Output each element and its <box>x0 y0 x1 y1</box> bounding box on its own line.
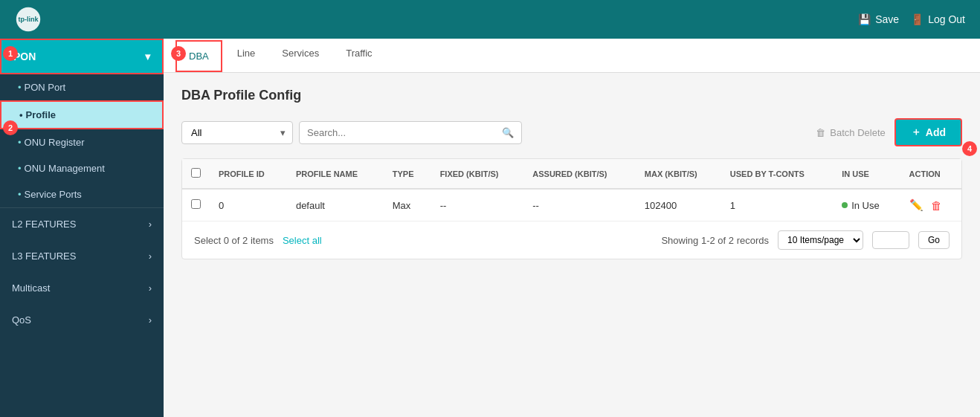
cell-action: ✏️ 🗑 <box>900 189 961 222</box>
svg-text:tp-link: tp-link <box>19 16 39 23</box>
filter-wrapper: All <box>181 121 293 144</box>
l2-features-label: L2 FEATURES <box>12 219 76 230</box>
batch-delete-button[interactable]: 🗑 Batch Delete <box>816 127 885 138</box>
logout-label: Log Out <box>928 13 965 25</box>
page-title: DBA Profile Config <box>181 88 962 103</box>
badge-3: 3 <box>171 46 186 61</box>
sidebar-item-qos[interactable]: QoS › <box>0 304 164 336</box>
toolbar: All 🔍 🗑 Batch Delete <box>181 118 962 146</box>
save-button[interactable]: 💾 Save <box>858 13 899 25</box>
qos-chevron-icon: › <box>149 314 152 326</box>
add-button[interactable]: ＋ Add <box>894 118 962 146</box>
sidebar-item-multicast[interactable]: Multicast › <box>0 272 164 304</box>
col-type: TYPE <box>384 159 431 189</box>
sidebar-item-service-ports-label: Service Ports <box>25 189 82 200</box>
l2-chevron-icon: › <box>149 219 152 230</box>
in-use-text: In Use <box>851 200 880 211</box>
sidebar-item-onu-register-label: ONU Register <box>25 137 85 148</box>
footer-left: Select 0 of 2 items Select all <box>194 235 322 246</box>
navbar-right: 💾 Save 🚪 Log Out <box>858 13 965 25</box>
batch-delete-label: Batch Delete <box>830 127 885 138</box>
cell-profile-id: 0 <box>210 189 287 222</box>
filter-select[interactable]: All <box>181 121 293 144</box>
col-action: ACTION <box>900 159 961 189</box>
search-input[interactable] <box>307 122 502 143</box>
status-dot-green <box>842 202 848 208</box>
qos-label: QoS <box>12 314 31 326</box>
page-number-input[interactable] <box>872 231 909 249</box>
in-use-badge: In Use <box>842 200 891 211</box>
select-count: Select 0 of 2 items <box>194 235 274 246</box>
sidebar-item-onu-management[interactable]: ONU Management <box>0 155 164 181</box>
badge-4: 4 <box>962 141 977 156</box>
edit-icon[interactable]: ✏️ <box>909 198 923 212</box>
logout-icon: 🚪 <box>911 13 923 25</box>
tab-services-label: Services <box>282 48 319 59</box>
save-label: Save <box>875 13 899 25</box>
sidebar-item-profile-label: Profile <box>26 109 56 120</box>
cell-assured: -- <box>523 189 636 222</box>
pon-section: PON ▾ PON Port Profile ONU Register ONU … <box>0 39 164 208</box>
table-header-row: PROFILE ID PROFILE NAME TYPE FIXED (KBIT… <box>182 159 961 189</box>
sidebar-item-onu-register[interactable]: ONU Register <box>0 129 164 155</box>
footer-right: Showing 1-2 of 2 records 10 Items/page 2… <box>661 230 950 250</box>
trash-icon: 🗑 <box>816 127 825 138</box>
sidebar-item-profile[interactable]: Profile <box>0 100 164 129</box>
cell-in-use: In Use <box>833 189 900 222</box>
row-checkbox-cell[interactable] <box>182 189 210 222</box>
row-checkbox[interactable] <box>191 199 201 209</box>
l3-chevron-icon: › <box>149 250 152 262</box>
col-profile-name: PROFILE NAME <box>287 159 384 189</box>
tab-dba-label: DBA <box>189 51 209 62</box>
select-all-checkbox-header[interactable] <box>182 159 210 189</box>
header-checkbox[interactable] <box>191 168 201 178</box>
col-profile-id: PROFILE ID <box>210 159 287 189</box>
tplink-logo: tp-link <box>15 6 42 33</box>
cell-used-by-tconts: 1 <box>721 189 833 222</box>
action-icons: ✏️ 🗑 <box>909 198 952 212</box>
items-per-page: 10 Items/page 20 Items/page 50 Items/pag… <box>778 230 863 250</box>
table-row: 0 default Max -- -- 102400 1 <box>182 189 961 222</box>
multicast-chevron-icon: › <box>149 282 152 294</box>
toolbar-left: All 🔍 <box>181 121 522 144</box>
search-icon: 🔍 <box>502 127 514 138</box>
search-box: 🔍 <box>299 121 522 144</box>
content-area: DBA Profile Config All 🔍 <box>164 73 980 274</box>
sidebar: PON ▾ PON Port Profile ONU Register ONU … <box>0 39 164 417</box>
tab-line-label: Line <box>237 48 256 59</box>
tab-line[interactable]: Line <box>225 39 268 72</box>
badge-1: 1 <box>3 46 18 61</box>
go-button[interactable]: Go <box>918 231 950 249</box>
logout-button[interactable]: 🚪 Log Out <box>911 13 965 25</box>
save-icon: 💾 <box>858 13 871 25</box>
showing-records: Showing 1-2 of 2 records <box>661 235 769 246</box>
items-per-page-select[interactable]: 10 Items/page 20 Items/page 50 Items/pag… <box>778 230 863 250</box>
col-used-by-tconts: USED BY T-CONTS <box>721 159 833 189</box>
pon-chevron-icon: ▾ <box>145 51 150 62</box>
sidebar-item-pon-port[interactable]: PON Port <box>0 74 164 100</box>
cell-profile-name: default <box>287 189 384 222</box>
delete-icon[interactable]: 🗑 <box>931 199 942 212</box>
col-in-use: IN USE <box>833 159 900 189</box>
tab-traffic[interactable]: Traffic <box>334 39 384 72</box>
sidebar-item-l3-features[interactable]: L3 FEATURES › <box>0 240 164 272</box>
data-table: PROFILE ID PROFILE NAME TYPE FIXED (KBIT… <box>181 158 962 259</box>
cell-max: 102400 <box>636 189 721 222</box>
sidebar-item-pon-port-label: PON Port <box>25 82 66 93</box>
cell-fixed: -- <box>431 189 524 222</box>
select-all-link[interactable]: Select all <box>283 235 322 246</box>
col-assured: ASSURED (KBIT/S) <box>523 159 636 189</box>
tab-services[interactable]: Services <box>270 39 331 72</box>
navbar: tp-link 💾 Save 🚪 Log Out <box>0 0 980 39</box>
table-footer: Select 0 of 2 items Select all Showing 1… <box>182 222 961 259</box>
sidebar-item-service-ports[interactable]: Service Ports <box>0 181 164 207</box>
multicast-label: Multicast <box>12 282 50 294</box>
l3-features-label: L3 FEATURES <box>12 250 76 262</box>
toolbar-right: 🗑 Batch Delete ＋ Add <box>816 118 962 146</box>
badge-2: 2 <box>3 120 18 135</box>
add-label: Add <box>926 126 946 138</box>
brand: tp-link <box>15 6 42 33</box>
profile-table: PROFILE ID PROFILE NAME TYPE FIXED (KBIT… <box>182 159 961 222</box>
sidebar-item-l2-features[interactable]: L2 FEATURES › <box>0 208 164 240</box>
pon-section-header[interactable]: PON ▾ <box>0 39 164 74</box>
